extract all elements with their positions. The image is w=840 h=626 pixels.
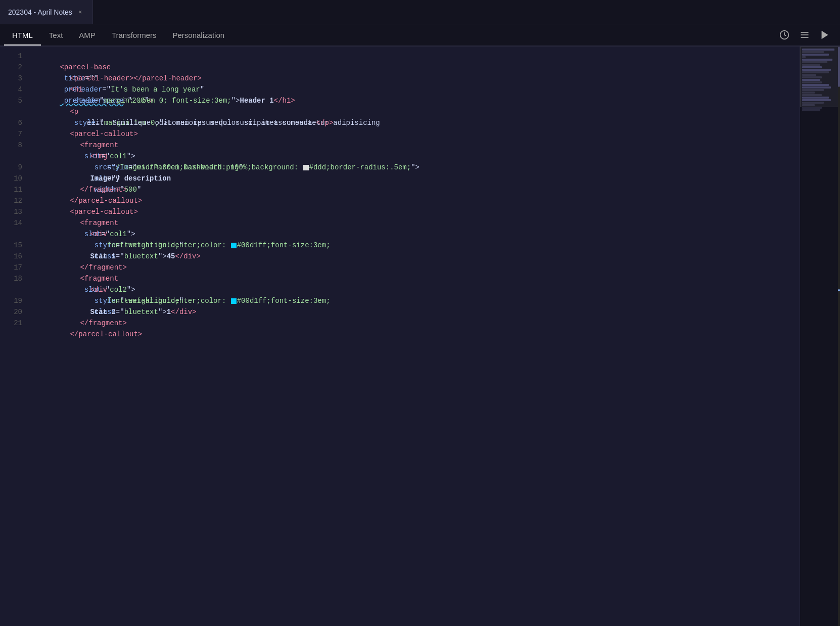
active-tab[interactable]: 202304 - April Notes ×	[0, 0, 93, 24]
toolbar-tabs: HTML Text AMP Transformers Personalizati…	[4, 26, 777, 44]
minimap-scrollbar-thumb[interactable]	[838, 47, 840, 87]
tab-close-button[interactable]: ×	[76, 8, 84, 16]
line-num-9: 9	[0, 162, 30, 173]
tab-amp[interactable]: AMP	[71, 26, 104, 46]
line-num-12: 12	[0, 195, 30, 206]
minimap[interactable]	[800, 47, 840, 626]
code-line-21: </parcel-callout>	[34, 318, 800, 329]
line-numbers: 1 2 3 4 5 6 7 8 9 10 11 12 13 14 15 16 1…	[0, 47, 30, 626]
line-num-8b	[0, 151, 30, 162]
code-line-11: </parcel-callout>	[34, 184, 800, 195]
tab-title: 202304 - April Notes	[8, 8, 72, 16]
tab-html[interactable]: HTML	[4, 26, 41, 46]
line-num-1: 1	[0, 51, 30, 62]
line-num-11: 11	[0, 184, 30, 195]
tab-bar: 202304 - April Notes ×	[0, 0, 840, 24]
line-num-20: 20	[0, 306, 30, 318]
line-num-3: 3	[0, 73, 30, 84]
code-line-18b: font-weight:bold;" class="bluetext">1</d…	[34, 284, 800, 295]
code-line-14: <div style="text-align:center;color: #00…	[34, 217, 800, 229]
minimap-scrollbar-track	[838, 47, 840, 626]
tab-transformers[interactable]: Transformers	[104, 26, 165, 46]
code-line-1: <parcel-base title="" preheader="It's be…	[34, 51, 800, 62]
code-editor[interactable]: <parcel-base title="" preheader="It's be…	[30, 47, 800, 626]
code-line-5b: elit. Similique odit maiores sequi susci…	[34, 106, 800, 117]
code-line-18: <div style="text-align:center;color: #00…	[34, 273, 800, 284]
history-icon[interactable]	[777, 28, 791, 42]
code-line-8b: style="width:30em;max-width: 100%;backgr…	[34, 151, 800, 162]
line-num-5b	[0, 106, 30, 117]
line-num-16: 16	[0, 251, 30, 262]
play-icon[interactable]	[818, 28, 832, 42]
line-num-19: 19	[0, 295, 30, 306]
code-line-13: <fragment slot="col1">	[34, 206, 800, 217]
tab-personalization[interactable]: Personalization	[165, 26, 233, 46]
line-num-14b	[0, 229, 30, 240]
list-icon[interactable]	[798, 28, 812, 42]
line-num-7: 7	[0, 128, 30, 140]
line-num-18b	[0, 284, 30, 295]
code-line-12: <parcel-callout>	[34, 195, 800, 206]
code-line-14b: font-weight:bold;" class="bluetext">45</…	[34, 229, 800, 240]
line-num-6: 6	[0, 117, 30, 128]
code-line-2: <parcel-header></parcel-header>	[34, 62, 800, 73]
minimap-scrollbar-indicator	[838, 289, 840, 291]
code-line-8: <img src="/Images /Parcel Dashboard.png"…	[34, 140, 800, 151]
tab-text[interactable]: Text	[41, 26, 71, 46]
line-num-8: 8	[0, 140, 30, 151]
line-num-18: 18	[0, 273, 30, 284]
line-num-10: 10	[0, 173, 30, 184]
minimap-viewport	[800, 47, 840, 107]
line-num-5: 5	[0, 95, 30, 106]
line-num-4: 4	[0, 84, 30, 95]
line-num-14: 14	[0, 217, 30, 229]
line-num-17: 17	[0, 262, 30, 273]
line-num-21: 21	[0, 318, 30, 329]
toolbar-actions	[777, 28, 832, 42]
code-line-7: <fragment slot="col1">	[34, 128, 800, 140]
editor-container: 1 2 3 4 5 6 7 8 9 10 11 12 13 14 15 16 1…	[0, 47, 840, 626]
line-num-15: 15	[0, 240, 30, 251]
svg-marker-4	[822, 31, 828, 39]
code-line-17: <fragment slot="col2">	[34, 262, 800, 273]
toolbar: HTML Text AMP Transformers Personalizati…	[0, 24, 840, 47]
line-num-2: 2	[0, 62, 30, 73]
line-num-13: 13	[0, 206, 30, 217]
